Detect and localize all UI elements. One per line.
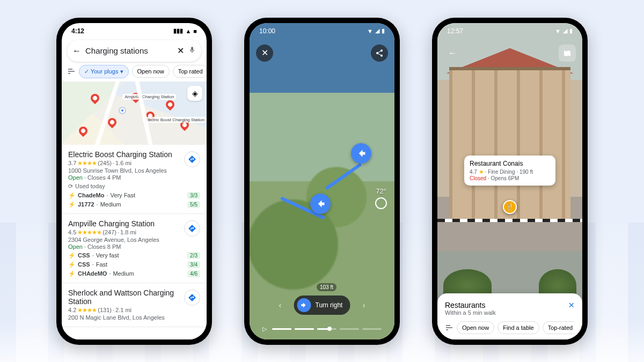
bolt-icon: ⚡ [68, 192, 76, 199]
battery-icon: ▮ [569, 27, 573, 34]
phone-live-view: 12:57 ▼ ◢ ▮ ← Restaurant Conais 4.7 ★ · … [432, 18, 588, 345]
progress-knob[interactable] [327, 327, 332, 331]
result-address: 1000 Sunrise Town Blvd, Los Angeles [68, 167, 200, 174]
poi-name: Restaurant Conais [470, 160, 550, 167]
result-hours: Open · Closes 4 PM [68, 174, 200, 181]
route-arrow-icon [310, 194, 331, 214]
back-icon[interactable]: ← [72, 46, 81, 56]
mic-icon[interactable] [188, 46, 196, 56]
result-card[interactable]: Ampville Charging Station 4.5 ★★★★★ (247… [62, 214, 207, 283]
tune-icon[interactable] [445, 322, 453, 333]
plug-row: ⚡J1772 · Medium5/5 [68, 201, 200, 208]
result-card[interactable]: Electric Boost Charging Station 3.7 ★★★★… [62, 145, 207, 214]
restaurant-marker-icon[interactable]: 🍴 [503, 200, 517, 214]
bolt-icon: ⚡ [68, 201, 76, 208]
map-toggle-button[interactable] [559, 45, 576, 62]
directions-button[interactable] [184, 151, 200, 167]
share-button[interactable] [371, 45, 388, 62]
plug-row: ⚡CSS · Fast3/4 [68, 261, 200, 268]
nav-instruction-pill[interactable]: ‹ Turn right › [294, 295, 350, 315]
filter-chips: ✓ Your plugs ▾ Open now Top rated [62, 65, 207, 82]
chip-top-rated[interactable]: Top rated [173, 65, 207, 78]
map-view[interactable]: ◈ Ampville Charging Station Electric Boo… [62, 82, 207, 145]
plug-row: ⚡CSS · Very fast2/3 [68, 252, 200, 259]
result-card[interactable]: Sherlock and Wattson Charging Station 4.… [62, 283, 207, 327]
poi-hours: Closed · Opens 6PM [470, 175, 550, 181]
tune-icon[interactable] [67, 66, 76, 77]
distance-label: 103 ft [317, 283, 336, 291]
directions-button[interactable] [184, 220, 200, 237]
progress-bar[interactable]: ▷ [262, 328, 382, 330]
battery-icon: ▮ [382, 27, 385, 34]
progress-segment [340, 328, 359, 330]
status-bar: 12:57 ▼ ◢ ▮ [437, 23, 582, 39]
next-step-icon[interactable]: › [363, 301, 365, 309]
result-title: Electric Boost Charging Station [68, 150, 200, 159]
search-input[interactable]: Charging stations [85, 46, 173, 55]
history-icon: ⟳ [68, 183, 73, 190]
back-button[interactable]: ← [444, 45, 461, 62]
bottom-sheet[interactable]: ✕ Restaurants Within a 5 min walk Open n… [437, 293, 582, 339]
sheet-filter-chips: Open now Find a table Top-rated More [445, 321, 575, 334]
search-bar[interactable]: ← Charging stations ✕ [67, 40, 201, 62]
turn-right-icon [297, 298, 311, 312]
wifi-icon: ▼ [555, 28, 561, 34]
sheet-title: Restaurants [445, 301, 575, 309]
screen: 10:00 ▼ ◢ ▮ ✕ 72° [250, 23, 394, 339]
phone-immersive-view: 10:00 ▼ ◢ ▮ ✕ 72° [244, 18, 400, 345]
status-time: 4:12 [71, 27, 84, 35]
progress-segment [272, 328, 291, 330]
sheet-subtitle: Within a 5 min walk [445, 309, 575, 316]
prev-step-icon[interactable]: ‹ [279, 301, 282, 309]
wifi-icon: ▼ [367, 28, 373, 34]
chip-open-now[interactable]: Open now [457, 321, 494, 334]
map-pin[interactable] [164, 99, 177, 111]
location-dot [120, 108, 125, 113]
directions-button[interactable] [184, 290, 200, 306]
layers-button[interactable]: ◈ [187, 86, 202, 101]
immersive-view[interactable]: 10:00 ▼ ◢ ▮ ✕ 72° [250, 23, 394, 339]
chip-open-now[interactable]: Open now [132, 65, 170, 78]
status-time: 12:57 [447, 27, 463, 35]
clear-icon[interactable]: ✕ [177, 46, 184, 56]
building-facade [449, 67, 571, 219]
results-list[interactable]: Electric Boost Charging Station 3.7 ★★★★… [62, 145, 207, 339]
map-label: Electric Boost Charging Station [143, 117, 207, 123]
bolt-icon: ⚡ [68, 261, 76, 268]
stars-icon: ★★★★ [77, 160, 97, 167]
signal-icon: ▮▮▮ [173, 27, 183, 34]
progress-segment [362, 328, 382, 330]
stars-icon: ★★★★★ [77, 229, 101, 236]
live-view[interactable]: 12:57 ▼ ◢ ▮ ← Restaurant Conais 4.7 ★ · … [437, 23, 582, 339]
progress-segment [317, 328, 336, 330]
signal-icon: ◢ [563, 27, 567, 34]
chip-top-rated[interactable]: Top-rated [543, 321, 575, 334]
plug-row: ⚡ChadeMo · Very Fast3/3 [68, 192, 200, 199]
bolt-icon: ⚡ [68, 252, 76, 259]
chip-find-table[interactable]: Find a table [497, 321, 539, 334]
map-pin[interactable] [77, 125, 90, 137]
result-rating: 4.5 ★★★★★ (247) · 1.8 mi [68, 229, 200, 236]
play-icon[interactable]: ▷ [262, 326, 267, 333]
chip-your-plugs[interactable]: ✓ Your plugs ▾ [79, 65, 129, 78]
wifi-icon: ▲ [185, 28, 191, 34]
poi-meta: 4.7 ★ · Fine Dining · 190 ft [470, 168, 550, 175]
map-pin[interactable] [89, 92, 101, 105]
result-rating: 4.2 ★★★★ (131) · 2.1 mi [68, 307, 200, 314]
result-address: 200 N Magic Lane Blvd, Los Angeles [68, 314, 200, 321]
bolt-icon: ⚡ [68, 270, 76, 277]
close-button[interactable]: ✕ [256, 45, 273, 62]
route-line [325, 162, 362, 190]
close-sheet-icon[interactable]: ✕ [568, 301, 575, 309]
map-pin[interactable] [106, 116, 119, 129]
weather-widget[interactable]: 72° [375, 187, 387, 209]
status-bar: 4:12 ▮▮▮ ▲ ■ [62, 23, 207, 39]
time-slider-icon[interactable] [375, 197, 387, 209]
status-icons: ▼ ◢ ▮ [555, 27, 573, 34]
used-label: ⟳Used today [68, 183, 200, 190]
poi-tooltip[interactable]: Restaurant Conais 4.7 ★ · Fine Dining · … [464, 156, 555, 186]
route-arrow-icon [351, 143, 371, 164]
status-icons: ▮▮▮ ▲ ■ [173, 27, 197, 34]
phone-search-results: 4:12 ▮▮▮ ▲ ■ ← Charging stations ✕ ✓ You… [56, 18, 212, 345]
result-rating: 3.7 ★★★★ (245) · 1.6 mi [68, 160, 200, 167]
